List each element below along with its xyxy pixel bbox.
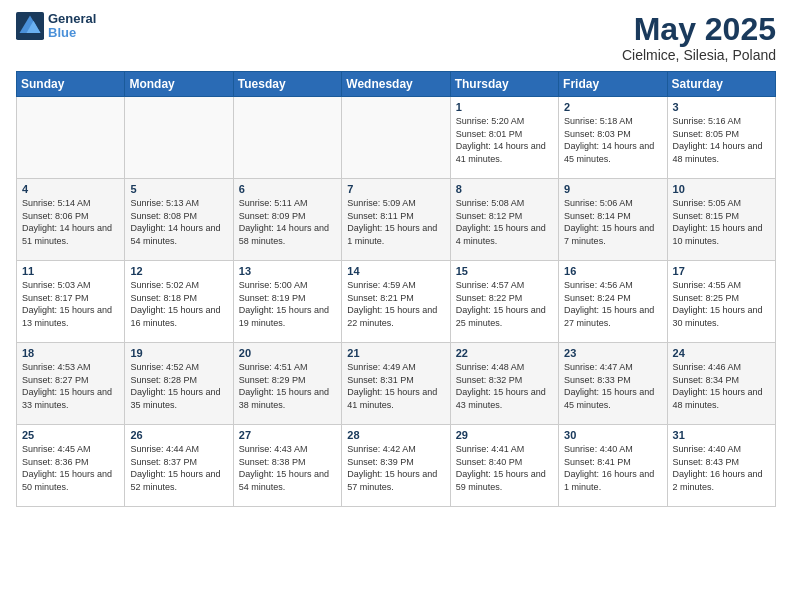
sunset: Sunset: 8:01 PM [456, 128, 553, 141]
sunrise: Sunrise: 4:52 AM [130, 361, 227, 374]
day-info: Sunrise: 4:56 AM Sunset: 8:24 PM Dayligh… [564, 279, 661, 329]
daylight: Daylight: 15 hours and 27 minutes. [564, 304, 661, 329]
header-wednesday: Wednesday [342, 72, 450, 97]
day-number: 6 [239, 183, 336, 195]
day-number: 21 [347, 347, 444, 359]
day-number: 20 [239, 347, 336, 359]
table-row: 7 Sunrise: 5:09 AM Sunset: 8:11 PM Dayli… [342, 179, 450, 261]
sunrise: Sunrise: 4:42 AM [347, 443, 444, 456]
sunset: Sunset: 8:25 PM [673, 292, 770, 305]
sunset: Sunset: 8:43 PM [673, 456, 770, 469]
sunrise: Sunrise: 4:44 AM [130, 443, 227, 456]
header-thursday: Thursday [450, 72, 558, 97]
day-info: Sunrise: 5:05 AM Sunset: 8:15 PM Dayligh… [673, 197, 770, 247]
sunset: Sunset: 8:18 PM [130, 292, 227, 305]
sunrise: Sunrise: 4:46 AM [673, 361, 770, 374]
daylight: Daylight: 14 hours and 48 minutes. [673, 140, 770, 165]
sunrise: Sunrise: 4:48 AM [456, 361, 553, 374]
sunset: Sunset: 8:21 PM [347, 292, 444, 305]
daylight: Daylight: 15 hours and 13 minutes. [22, 304, 119, 329]
day-info: Sunrise: 4:52 AM Sunset: 8:28 PM Dayligh… [130, 361, 227, 411]
day-info: Sunrise: 4:42 AM Sunset: 8:39 PM Dayligh… [347, 443, 444, 493]
table-row: 6 Sunrise: 5:11 AM Sunset: 8:09 PM Dayli… [233, 179, 341, 261]
sunset: Sunset: 8:22 PM [456, 292, 553, 305]
day-number: 26 [130, 429, 227, 441]
table-row [125, 97, 233, 179]
table-row: 8 Sunrise: 5:08 AM Sunset: 8:12 PM Dayli… [450, 179, 558, 261]
day-number: 2 [564, 101, 661, 113]
day-info: Sunrise: 4:48 AM Sunset: 8:32 PM Dayligh… [456, 361, 553, 411]
sunrise: Sunrise: 4:43 AM [239, 443, 336, 456]
day-number: 8 [456, 183, 553, 195]
day-info: Sunrise: 4:57 AM Sunset: 8:22 PM Dayligh… [456, 279, 553, 329]
sunrise: Sunrise: 4:40 AM [673, 443, 770, 456]
sunset: Sunset: 8:29 PM [239, 374, 336, 387]
day-number: 25 [22, 429, 119, 441]
header-friday: Friday [559, 72, 667, 97]
table-row: 1 Sunrise: 5:20 AM Sunset: 8:01 PM Dayli… [450, 97, 558, 179]
sunset: Sunset: 8:05 PM [673, 128, 770, 141]
month-title: May 2025 [622, 12, 776, 47]
sunset: Sunset: 8:40 PM [456, 456, 553, 469]
day-number: 12 [130, 265, 227, 277]
sunset: Sunset: 8:12 PM [456, 210, 553, 223]
daylight: Daylight: 14 hours and 51 minutes. [22, 222, 119, 247]
sunset: Sunset: 8:15 PM [673, 210, 770, 223]
sunset: Sunset: 8:31 PM [347, 374, 444, 387]
daylight: Daylight: 14 hours and 41 minutes. [456, 140, 553, 165]
daylight: Daylight: 15 hours and 10 minutes. [673, 222, 770, 247]
day-number: 1 [456, 101, 553, 113]
table-row: 31 Sunrise: 4:40 AM Sunset: 8:43 PM Dayl… [667, 425, 775, 507]
day-info: Sunrise: 5:00 AM Sunset: 8:19 PM Dayligh… [239, 279, 336, 329]
daylight: Daylight: 15 hours and 35 minutes. [130, 386, 227, 411]
daylight: Daylight: 14 hours and 54 minutes. [130, 222, 227, 247]
daylight: Daylight: 15 hours and 54 minutes. [239, 468, 336, 493]
day-info: Sunrise: 4:45 AM Sunset: 8:36 PM Dayligh… [22, 443, 119, 493]
daylight: Daylight: 14 hours and 45 minutes. [564, 140, 661, 165]
day-number: 15 [456, 265, 553, 277]
table-row: 18 Sunrise: 4:53 AM Sunset: 8:27 PM Dayl… [17, 343, 125, 425]
table-row: 21 Sunrise: 4:49 AM Sunset: 8:31 PM Dayl… [342, 343, 450, 425]
day-number: 14 [347, 265, 444, 277]
sunrise: Sunrise: 5:20 AM [456, 115, 553, 128]
daylight: Daylight: 15 hours and 33 minutes. [22, 386, 119, 411]
sunrise: Sunrise: 4:51 AM [239, 361, 336, 374]
daylight: Daylight: 15 hours and 1 minute. [347, 222, 444, 247]
day-number: 27 [239, 429, 336, 441]
sunset: Sunset: 8:11 PM [347, 210, 444, 223]
daylight: Daylight: 15 hours and 4 minutes. [456, 222, 553, 247]
table-row: 19 Sunrise: 4:52 AM Sunset: 8:28 PM Dayl… [125, 343, 233, 425]
table-row [233, 97, 341, 179]
daylight: Daylight: 14 hours and 58 minutes. [239, 222, 336, 247]
day-info: Sunrise: 5:16 AM Sunset: 8:05 PM Dayligh… [673, 115, 770, 165]
day-number: 5 [130, 183, 227, 195]
table-row: 2 Sunrise: 5:18 AM Sunset: 8:03 PM Dayli… [559, 97, 667, 179]
day-number: 13 [239, 265, 336, 277]
sunrise: Sunrise: 4:55 AM [673, 279, 770, 292]
sunset: Sunset: 8:36 PM [22, 456, 119, 469]
calendar-header: Sunday Monday Tuesday Wednesday Thursday… [17, 72, 776, 97]
table-row [17, 97, 125, 179]
sunset: Sunset: 8:03 PM [564, 128, 661, 141]
daylight: Daylight: 15 hours and 52 minutes. [130, 468, 227, 493]
day-number: 19 [130, 347, 227, 359]
sunrise: Sunrise: 5:18 AM [564, 115, 661, 128]
table-row: 28 Sunrise: 4:42 AM Sunset: 8:39 PM Dayl… [342, 425, 450, 507]
day-info: Sunrise: 4:40 AM Sunset: 8:43 PM Dayligh… [673, 443, 770, 493]
day-info: Sunrise: 5:02 AM Sunset: 8:18 PM Dayligh… [130, 279, 227, 329]
sunset: Sunset: 8:39 PM [347, 456, 444, 469]
calendar-body: 1 Sunrise: 5:20 AM Sunset: 8:01 PM Dayli… [17, 97, 776, 507]
table-row: 23 Sunrise: 4:47 AM Sunset: 8:33 PM Dayl… [559, 343, 667, 425]
daylight: Daylight: 15 hours and 57 minutes. [347, 468, 444, 493]
day-number: 24 [673, 347, 770, 359]
day-info: Sunrise: 5:09 AM Sunset: 8:11 PM Dayligh… [347, 197, 444, 247]
day-info: Sunrise: 5:06 AM Sunset: 8:14 PM Dayligh… [564, 197, 661, 247]
header: General Blue May 2025 Cielmice, Silesia,… [16, 12, 776, 63]
sunrise: Sunrise: 5:06 AM [564, 197, 661, 210]
table-row: 24 Sunrise: 4:46 AM Sunset: 8:34 PM Dayl… [667, 343, 775, 425]
day-number: 22 [456, 347, 553, 359]
day-info: Sunrise: 5:11 AM Sunset: 8:09 PM Dayligh… [239, 197, 336, 247]
day-number: 29 [456, 429, 553, 441]
day-number: 16 [564, 265, 661, 277]
table-row: 17 Sunrise: 4:55 AM Sunset: 8:25 PM Dayl… [667, 261, 775, 343]
